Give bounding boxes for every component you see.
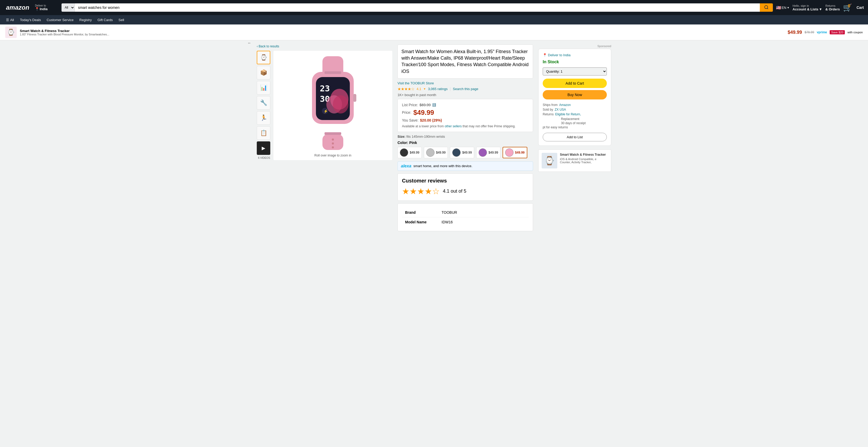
main-image-container[interactable]: 23 30 ⚡ Roll over image to zoom xyxy=(273,51,392,160)
quantity-select[interactable]: Quantity: 1 xyxy=(543,67,607,75)
sticky-bar: ⌚ Smart Watch & Fitness Tracker 1.83" Fi… xyxy=(0,25,868,40)
thumb-3[interactable]: 📊 xyxy=(257,81,270,95)
navbar-item-registry[interactable]: Registry xyxy=(76,16,94,24)
svg-rect-18 xyxy=(324,132,341,135)
main-content: ‹ Back to results ⌚ 📦 📊 🔧 🏃 📋 ▶ 6 VIDEOS xyxy=(251,40,617,238)
sticky-title: Smart Watch & Fitness Tracker xyxy=(20,29,109,33)
search-page-link[interactable]: Search this page xyxy=(453,87,478,91)
ships-from-value: Amazon xyxy=(559,103,570,107)
search-button[interactable] xyxy=(760,3,773,12)
thumb-4[interactable]: 🔧 xyxy=(257,96,270,110)
alexa-text: smart home, and more with this device. xyxy=(413,164,472,168)
navbar-item-gift-cards[interactable]: Gift Cards xyxy=(95,16,116,24)
navbar-item-customer-service[interactable]: Customer Service xyxy=(44,16,76,24)
returns-orders[interactable]: Returns & Orders xyxy=(825,4,840,11)
cart-count: 0 xyxy=(848,4,850,8)
returns-line1: Returns xyxy=(825,4,840,7)
svg-rect-16 xyxy=(353,94,356,102)
specs-section: Brand TOOBUR Model Name IDW16 xyxy=(398,203,533,231)
header: amazon . Deliver to 📍 India All 🇺🇸 EN ▼ … xyxy=(0,0,868,15)
size-row: Size: fits 145mm-190mm wrists xyxy=(398,135,533,138)
sold-by-row: Sold by ZX USA xyxy=(543,108,607,111)
search-category-select[interactable]: All xyxy=(62,3,75,12)
reviews-rating-row: ★★★★☆ 4.1 out of 5 xyxy=(402,186,529,196)
cart-label: Cart xyxy=(857,5,864,10)
list-price-row: List Price: $69.99 ℹ️ xyxy=(402,103,529,107)
color-swatches: $49.99 $49.99 $49.99 $49.99 $49.99 xyxy=(398,147,533,158)
info-icon[interactable]: ℹ️ xyxy=(432,103,436,107)
list-price-label: List Price: xyxy=(402,103,418,107)
thumb-2[interactable]: 📦 xyxy=(257,66,270,79)
thumb-1[interactable]: ⌚ xyxy=(257,51,270,64)
chevron-down-icon: ▼ xyxy=(423,88,426,90)
reviews-rating: 4.1 out of 5 xyxy=(443,188,466,194)
price-label: Price: xyxy=(402,110,411,114)
thumb-video[interactable]: ▶ xyxy=(257,141,270,155)
add-to-list-button[interactable]: Add to List xyxy=(543,133,607,141)
sticky-product-info: ⌚ Smart Watch & Fitness Tracker 1.83" Fi… xyxy=(5,27,109,38)
sticky-text: Smart Watch & Fitness Tracker 1.83" Fitn… xyxy=(20,29,109,36)
returns-days-row: 30 days of receipt xyxy=(543,121,607,125)
deliver-to-text: Deliver to India xyxy=(548,53,570,57)
you-save-label: You Save: xyxy=(402,118,418,123)
navbar-all[interactable]: ☰ All xyxy=(3,16,17,24)
thumb-6[interactable]: 📋 xyxy=(257,126,270,140)
color-swatch-purple[interactable]: $49.99 xyxy=(476,147,500,158)
svg-point-13 xyxy=(333,95,348,113)
ad-image: ⌚ xyxy=(541,153,557,168)
svg-rect-17 xyxy=(324,71,341,74)
deliver-to-row[interactable]: 📍 Deliver to India xyxy=(543,53,607,57)
list-price-value: $69.99 xyxy=(420,103,431,107)
thumb-5[interactable]: 🏃 xyxy=(257,111,270,125)
back-to-results[interactable]: ‹ Back to results xyxy=(257,44,392,48)
cart-icon: 🛒 xyxy=(843,3,852,12)
ad-title: Smart Watch & Fitness Tracker xyxy=(560,153,608,157)
ratings-count[interactable]: 3,065 ratings xyxy=(428,87,447,91)
color-swatch-pink[interactable]: $49.99 xyxy=(502,147,527,158)
sold-by-value[interactable]: ZX USA xyxy=(555,108,566,111)
videos-count-label: 6 VIDEOS xyxy=(257,157,271,159)
svg-point-4 xyxy=(332,142,334,144)
alexa-strip: alexa smart home, and more with this dev… xyxy=(398,162,533,171)
account-menu[interactable]: Hello, sign in Account & Lists ▼ xyxy=(793,4,823,11)
navbar-item-sell[interactable]: Sell xyxy=(116,16,127,24)
ratings-row: ★★★★☆ 4.1 ▼ 3,065 ratings | Search this … xyxy=(398,87,533,91)
reviews-stars: ★★★★☆ xyxy=(402,186,440,196)
svg-text:23: 23 xyxy=(320,83,330,94)
color-swatch-black[interactable]: $49.99 xyxy=(398,147,422,158)
returns-value[interactable]: Eligible for Return, xyxy=(555,112,581,116)
search-bar: All xyxy=(62,3,773,12)
color-swatch-navy[interactable]: $49.99 xyxy=(450,147,474,158)
sticky-subtitle: 1.83" Fitness Tracker with Blood Pressur… xyxy=(20,33,109,36)
buy-box-inner: 📍 Deliver to India In Stock Quantity: 1 … xyxy=(538,49,611,146)
easy-returns-text: pt for easy returns xyxy=(543,126,607,129)
reviews-title: Customer reviews xyxy=(402,178,529,184)
spec-row-brand: Brand TOOBUR xyxy=(402,208,529,217)
add-to-cart-button[interactable]: Add to Cart xyxy=(543,79,607,88)
language-arrow: ▼ xyxy=(787,6,789,9)
other-sellers-link[interactable]: other sellers xyxy=(445,125,462,128)
account-line1: Hello, sign in xyxy=(793,4,823,7)
image-and-thumbs: ⌚ 📦 📊 🔧 🏃 📋 ▶ 6 VIDEOS xyxy=(257,51,392,160)
color-label: Color: Pink xyxy=(398,141,533,145)
navbar-item-deals[interactable]: Today's Deals xyxy=(17,16,43,24)
returns-row: Returns Eligible for Return, xyxy=(543,112,607,116)
returns-detail-row: Replacement xyxy=(543,117,607,121)
sticky-coupon-suffix: with coupon xyxy=(847,31,863,34)
spec-label-brand: Brand xyxy=(402,208,438,217)
sticky-price-area: $49.99 $78.99 vprime Save $20 with coupo… xyxy=(788,30,863,35)
lower-price-note: Available at a lower price from other se… xyxy=(402,125,529,128)
cart[interactable]: 🛒 0 Cart xyxy=(843,3,864,12)
deliver-to[interactable]: Deliver to 📍 India xyxy=(35,4,58,11)
price-row: Price: $49.99 xyxy=(402,109,529,117)
ad-subtitle: iOS & Android Compatible, e Counter, Act… xyxy=(560,158,608,164)
store-link[interactable]: Visit the TOOBUR Store xyxy=(398,81,533,85)
ad-box: ⌚ Smart Watch & Fitness Tracker iOS & An… xyxy=(538,149,611,172)
in-stock-label: In Stock xyxy=(543,60,607,64)
amazon-logo[interactable]: amazon . xyxy=(4,3,32,12)
color-swatch-silver[interactable]: $49.99 xyxy=(424,147,448,158)
buy-now-button[interactable]: Buy Now xyxy=(543,90,607,99)
search-input[interactable] xyxy=(75,3,760,12)
roll-over-text: Roll over image to zoom in xyxy=(314,153,351,157)
language-selector[interactable]: 🇺🇸 EN ▼ xyxy=(776,5,789,10)
